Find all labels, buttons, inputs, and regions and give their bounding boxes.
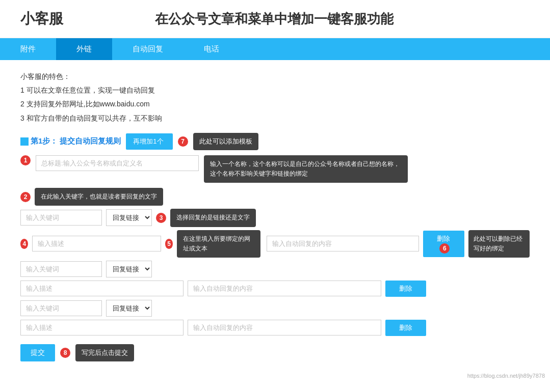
desc-input-1[interactable] — [32, 236, 161, 251]
badge-4: 4 — [20, 239, 28, 249]
form-row-2-top: 回复链接 回复文字 — [20, 261, 530, 277]
tooltip-2: 在此输入关键字，也就是读者要回复的文字 — [35, 188, 163, 206]
nav-item-external[interactable]: 外链 — [56, 38, 112, 60]
form-row-3-top: 回复链接 回复文字 — [20, 300, 530, 317]
reply-type-select-3[interactable]: 回复链接 回复文字 — [106, 300, 152, 317]
form-row-2: 回复链接 回复文字 删除 — [20, 261, 530, 297]
form-row-1-top: 回复链接 回复文字 3 选择回复的是链接还是文字 — [20, 209, 530, 227]
title-row: 1 输入一个名称，这个名称可以是自己的公众号名称或者自己想的名称，这个名称不影响… — [20, 155, 530, 183]
header: 小客服 在公众号文章和菜单中增加一键客服功能 — [0, 0, 550, 38]
footer-url: https://blog.csdn.net/jh89y7878 — [0, 372, 550, 380]
form-row-3-bottom: 删除 — [20, 320, 530, 336]
feature-item-2: 2 支持回复外部网址,比如www.baidu.com — [20, 98, 530, 110]
badge-1: 1 — [20, 155, 31, 165]
content-input-2[interactable] — [188, 281, 381, 296]
nav-item-autoreply[interactable]: 自动回复 — [112, 38, 184, 60]
title-input[interactable] — [36, 155, 199, 171]
keyword-input-1[interactable] — [20, 210, 102, 226]
badge-2: 2 — [20, 192, 31, 202]
feature-item-1: 1 可以在文章任意位置，实现一键自动回复 — [20, 84, 530, 97]
template-tooltip: 此处可以添加模板 — [193, 133, 258, 150]
delete-button-3[interactable]: 删除 — [385, 320, 426, 336]
form-row-2-bottom: 删除 — [20, 281, 530, 297]
keyword-input-2[interactable] — [20, 261, 102, 277]
badge-3: 3 — [156, 213, 166, 223]
form-row-1-bottom: 4 5 在这里填入所要绑定的网址或文本 删除 6 此处可以删除已经写好的绑定 — [20, 230, 530, 258]
badge-8: 8 — [60, 348, 70, 358]
step-text: 提交自动回复规则 — [60, 136, 121, 146]
tooltip-1: 输入一个名称，这个名称可以是自己的公众号名称或者自己想的名称，这个名称不影响关键… — [204, 155, 408, 183]
reply-type-select-1[interactable]: 回复链接 回复文字 — [106, 209, 152, 226]
form-row-1: 回复链接 回复文字 3 选择回复的是链接还是文字 4 5 在这里填入所要绑定的网… — [20, 209, 530, 258]
tooltip-5: 在这里填入所要绑定的网址或文本 — [177, 230, 260, 258]
submit-row: 提交 8 写完后点击提交 — [20, 344, 530, 361]
step-label: 第1步： 提交自动回复规则 — [20, 136, 121, 146]
delete-button-1[interactable]: 删除 6 — [423, 231, 464, 257]
reply-type-select-2[interactable]: 回复链接 回复文字 — [106, 261, 152, 277]
nav-item-phone[interactable]: 电话 — [184, 38, 240, 60]
desc-input-3[interactable] — [20, 320, 184, 335]
badge-add: 7 — [178, 136, 188, 147]
add-one-button[interactable]: 再增加1个 — [126, 133, 172, 150]
tooltip2-row: 2 在此输入关键字，也就是读者要回复的文字 — [20, 188, 530, 206]
submit-button[interactable]: 提交 — [20, 344, 55, 361]
badge-6: 6 — [439, 243, 450, 254]
page-title: 在公众号文章和菜单中增加一键客服功能 — [155, 10, 394, 28]
submit-tooltip: 写完后点击提交 — [75, 344, 134, 361]
delete-button-2[interactable]: 删除 — [385, 281, 426, 297]
form-row-3: 回复链接 回复文字 删除 — [20, 300, 530, 336]
main-content: 小客服的特色： 1 可以在文章任意位置，实现一键自动回复 2 支持回复外部网址,… — [0, 60, 550, 372]
step-prefix: 第1步： — [31, 136, 58, 146]
badge-5: 5 — [165, 239, 173, 249]
features-title: 小客服的特色： — [20, 70, 530, 83]
nav-item-attachment[interactable]: 附件 — [0, 38, 56, 60]
step-header: 第1步： 提交自动回复规则 再增加1个 7 此处可以添加模板 — [20, 133, 530, 150]
features-section: 小客服的特色： 1 可以在文章任意位置，实现一键自动回复 2 支持回复外部网址,… — [20, 70, 530, 125]
nav-bar: 附件 外链 自动回复 电话 — [0, 38, 550, 60]
content-input-3[interactable] — [188, 320, 381, 335]
keyword-input-3[interactable] — [20, 300, 102, 316]
content-input-1[interactable] — [267, 236, 419, 251]
desc-input-2[interactable] — [20, 281, 184, 296]
tooltip-3: 选择回复的是链接还是文字 — [170, 209, 256, 227]
app-logo: 小客服 — [20, 9, 63, 29]
step-icon — [20, 137, 29, 146]
feature-item-3: 3 和官方自带的自动回复可以共存，互不影响 — [20, 112, 530, 125]
tooltip-6: 此处可以删除已经写好的绑定 — [468, 230, 530, 258]
